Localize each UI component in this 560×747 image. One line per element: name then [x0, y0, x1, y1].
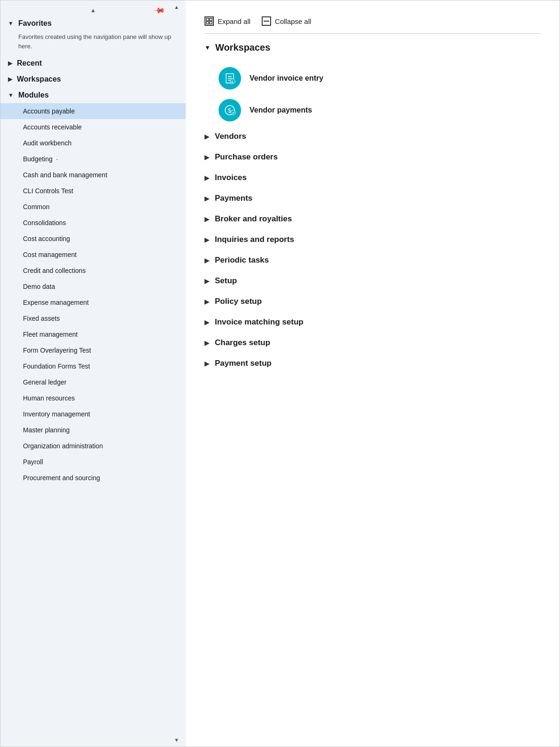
module-item-inventory-management[interactable]: Inventory management [0, 406, 186, 422]
module-item-master-planning[interactable]: Master planning [0, 422, 186, 438]
setup-label: Setup [215, 276, 237, 286]
modules-arrow: ▼ [8, 92, 14, 98]
workspaces-label: Workspaces [17, 75, 61, 83]
collapse-all-button[interactable]: Collapse all [262, 15, 311, 28]
vendors-arrow: ▶ [204, 133, 209, 140]
module-item-common[interactable]: Common [0, 199, 186, 215]
module-item-accounts-receivable[interactable]: Accounts receivable [0, 119, 186, 135]
workspace-item-vendor-payments[interactable]: $ Vendor payments [204, 94, 541, 126]
vendor-payments-icon: $ [219, 99, 241, 121]
collapse-all-label: Collapse all [275, 17, 311, 25]
right-nav-invoices[interactable]: ▶ Invoices [204, 167, 541, 188]
purchase-orders-arrow: ▶ [204, 154, 209, 161]
module-item-fleet-management[interactable]: Fleet management [0, 326, 186, 342]
workspaces-right-label: Workspaces [215, 42, 270, 53]
favorites-description: Favorites created using the navigation p… [0, 31, 186, 55]
favorites-arrow: ▼ [8, 20, 14, 27]
right-nav-invoice-matching[interactable]: ▶ Invoice matching setup [204, 312, 541, 332]
module-item-form-overlayering[interactable]: Form Overlayering Test [0, 342, 186, 358]
charges-setup-arrow: ▶ [204, 340, 209, 347]
svg-rect-4 [264, 21, 269, 22]
recent-section: ▶ Recent [0, 55, 186, 71]
module-item-cost-accounting[interactable]: Cost accounting [0, 231, 186, 247]
module-item-org-admin[interactable]: Organization administration [0, 438, 186, 454]
periodic-tasks-arrow: ▶ [204, 257, 209, 264]
module-item-procurement-sourcing[interactable]: Procurement and sourcing [0, 470, 186, 486]
modules-header[interactable]: ▼ Modules [0, 87, 186, 103]
setup-arrow: ▶ [204, 278, 209, 285]
right-nav-payments[interactable]: ▶ Payments [204, 188, 541, 209]
periodic-tasks-label: Periodic tasks [215, 256, 269, 265]
right-nav-charges-setup[interactable]: ▶ Charges setup [204, 332, 541, 353]
svg-rect-3 [210, 22, 212, 24]
module-item-foundation-forms[interactable]: Foundation Forms Test [0, 358, 186, 374]
favorites-section: ▼ Favorites Favorites created using the … [0, 15, 186, 55]
svg-point-13 [231, 110, 235, 115]
workspaces-header[interactable]: ▶ Workspaces [0, 71, 186, 87]
right-nav-inquiries-reports[interactable]: ▶ Inquiries and reports [204, 229, 541, 250]
module-item-cash-bank[interactable]: Cash and bank management [0, 167, 186, 183]
module-item-audit-workbench[interactable]: Audit workbench [0, 135, 186, 151]
right-nav-policy-setup[interactable]: ▶ Policy setup [204, 291, 541, 312]
module-item-demo-data[interactable]: Demo data [0, 279, 186, 294]
module-item-human-resources[interactable]: Human resources [0, 390, 186, 406]
recent-arrow: ▶ [8, 60, 12, 67]
policy-setup-label: Policy setup [215, 297, 262, 306]
right-nav-periodic-tasks[interactable]: ▶ Periodic tasks [204, 250, 541, 271]
module-item-budgeting[interactable]: Budgeting · [0, 151, 186, 167]
policy-setup-arrow: ▶ [204, 298, 209, 305]
right-nav-purchase-orders[interactable]: ▶ Purchase orders [204, 147, 541, 167]
workspaces-right-section: ▼ Workspaces $ Vendor invoice entry [204, 42, 541, 126]
inquiries-reports-label: Inquiries and reports [215, 235, 294, 244]
broker-royalties-arrow: ▶ [204, 216, 209, 223]
invoice-matching-label: Invoice matching setup [215, 317, 303, 327]
modules-label: Modules [18, 91, 49, 99]
payment-setup-label: Payment setup [215, 359, 272, 368]
module-item-cli-controls[interactable]: CLI Controls Test [0, 183, 186, 199]
right-nav-payment-setup[interactable]: ▶ Payment setup [204, 353, 541, 374]
broker-royalties-label: Broker and royalties [215, 214, 292, 224]
workspaces-arrow: ▶ [8, 76, 12, 83]
workspace-item-vendor-invoice[interactable]: $ Vendor invoice entry [204, 62, 541, 94]
scrollbar-down-arrow[interactable]: ▼ [174, 737, 179, 743]
payments-label: Payments [215, 194, 252, 203]
modules-items-list: Accounts payable Accounts receivable Aud… [0, 103, 186, 486]
left-scroll-area[interactable]: ▲ ▼ Favorites Favorites created using th… [0, 0, 186, 747]
svg-rect-2 [206, 22, 209, 24]
module-item-expense-management[interactable]: Expense management [0, 294, 186, 310]
recent-header[interactable]: ▶ Recent [0, 55, 186, 71]
expand-all-label: Expand all [218, 17, 250, 25]
right-nav-broker-royalties[interactable]: ▶ Broker and royalties [204, 209, 541, 229]
workspaces-section: ▶ Workspaces [0, 71, 186, 87]
invoices-label: Invoices [215, 173, 247, 182]
vendor-invoice-label: Vendor invoice entry [250, 74, 323, 83]
module-item-credit-collections[interactable]: Credit and collections [0, 263, 186, 279]
charges-setup-label: Charges setup [215, 338, 270, 347]
invoice-matching-arrow: ▶ [204, 319, 209, 326]
toolbar: Expand all Collapse all [204, 15, 541, 34]
right-content-panel: Expand all Collapse all ▼ Workspaces [186, 0, 560, 747]
invoices-arrow: ▶ [204, 174, 209, 181]
svg-text:$: $ [231, 80, 234, 84]
workspaces-right-title[interactable]: ▼ Workspaces [204, 42, 541, 53]
favorites-header[interactable]: ▼ Favorites [0, 15, 186, 31]
right-nav-setup[interactable]: ▶ Setup [204, 271, 541, 291]
module-item-fixed-assets[interactable]: Fixed assets [0, 310, 186, 326]
svg-rect-1 [210, 18, 212, 21]
module-item-general-ledger[interactable]: General ledger [0, 374, 186, 390]
expand-all-icon [204, 16, 214, 26]
module-item-cost-management[interactable]: Cost management [0, 247, 186, 263]
module-item-consolidations[interactable]: Consolidations [0, 215, 186, 231]
favorites-label: Favorites [18, 19, 52, 28]
module-item-payroll[interactable]: Payroll [0, 454, 186, 470]
workspaces-right-arrow: ▼ [204, 44, 211, 51]
payments-arrow: ▶ [204, 195, 209, 202]
scrollbar-up-arrow[interactable]: ▲ [174, 4, 179, 10]
right-nav-vendors[interactable]: ▶ Vendors [204, 126, 541, 147]
module-item-accounts-payable[interactable]: Accounts payable [0, 103, 186, 119]
expand-all-button[interactable]: Expand all [204, 15, 250, 28]
vendor-invoice-icon: $ [219, 67, 241, 90]
purchase-orders-label: Purchase orders [215, 152, 278, 162]
collapse-all-icon [262, 16, 271, 26]
svg-rect-0 [206, 18, 209, 21]
